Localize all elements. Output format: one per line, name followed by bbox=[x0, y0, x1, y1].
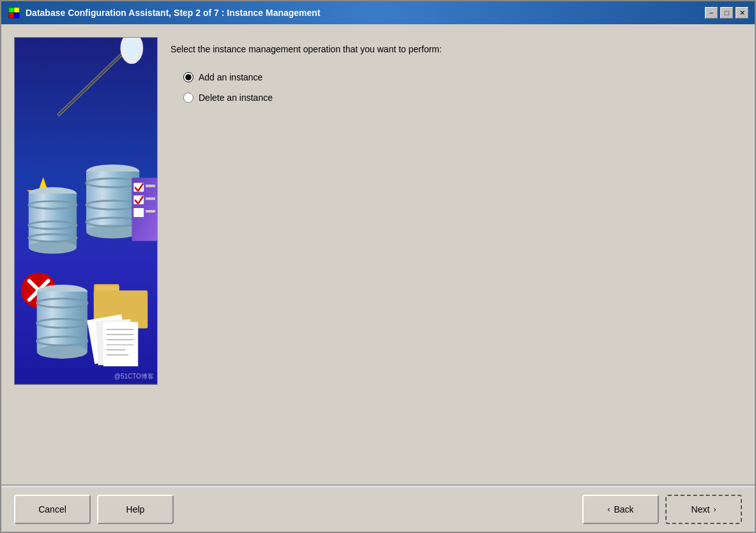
svg-point-13 bbox=[29, 241, 77, 254]
radio-add-label: Add an instance bbox=[199, 72, 262, 82]
help-button[interactable]: Help bbox=[97, 495, 174, 524]
instructions-text: Select the instance management operation… bbox=[170, 43, 742, 56]
title-bar-left: Database Configuration Assistant, Step 2… bbox=[8, 6, 321, 19]
bottom-bar: Cancel Help ‹ Back Next › bbox=[1, 487, 755, 532]
svg-rect-2 bbox=[9, 13, 14, 18]
back-arrow-icon: ‹ bbox=[607, 505, 610, 514]
radio-add-input[interactable] bbox=[183, 72, 193, 82]
minimize-button[interactable]: − bbox=[705, 7, 718, 19]
svg-point-39 bbox=[37, 345, 87, 359]
back-button[interactable]: ‹ Back bbox=[582, 495, 659, 524]
title-bar-controls: − □ ✕ bbox=[705, 7, 748, 19]
left-buttons: Cancel Help bbox=[14, 495, 174, 524]
radio-add-instance[interactable]: Add an instance bbox=[183, 72, 742, 82]
right-buttons: ‹ Back Next › bbox=[582, 495, 742, 524]
main-content: @51CTO博客 Select the instance management … bbox=[1, 24, 755, 484]
svg-rect-49 bbox=[103, 322, 139, 366]
svg-rect-0 bbox=[9, 8, 14, 13]
cancel-button[interactable]: Cancel bbox=[14, 495, 91, 524]
app-icon bbox=[8, 6, 20, 19]
svg-rect-33 bbox=[146, 210, 155, 213]
svg-rect-31 bbox=[146, 184, 155, 187]
maximize-button[interactable]: □ bbox=[720, 7, 733, 19]
next-arrow-icon: › bbox=[713, 505, 716, 514]
main-window: Database Configuration Assistant, Step 2… bbox=[0, 0, 756, 533]
right-panel: Select the instance management operation… bbox=[170, 37, 742, 472]
watermark: @51CTO博客 bbox=[114, 372, 154, 381]
next-button[interactable]: Next › bbox=[665, 495, 742, 524]
radio-delete-label: Delete an instance bbox=[199, 93, 273, 103]
content-area: @51CTO博客 Select the instance management … bbox=[1, 24, 755, 532]
window-title: Database Configuration Assistant, Step 2… bbox=[26, 8, 321, 18]
next-label: Next bbox=[692, 504, 710, 514]
close-button[interactable]: ✕ bbox=[736, 7, 748, 19]
sidebar-illustration: @51CTO博客 bbox=[14, 37, 158, 385]
title-bar: Database Configuration Assistant, Step 2… bbox=[1, 1, 755, 24]
svg-rect-1 bbox=[14, 8, 19, 13]
svg-rect-3 bbox=[14, 13, 19, 18]
svg-rect-30 bbox=[133, 208, 144, 217]
back-label: Back bbox=[614, 504, 633, 514]
svg-point-8 bbox=[124, 38, 139, 59]
radio-delete-input[interactable] bbox=[183, 93, 193, 103]
radio-group: Add an instance Delete an instance bbox=[183, 72, 742, 103]
svg-rect-32 bbox=[146, 197, 155, 200]
radio-delete-instance[interactable]: Delete an instance bbox=[183, 93, 742, 103]
